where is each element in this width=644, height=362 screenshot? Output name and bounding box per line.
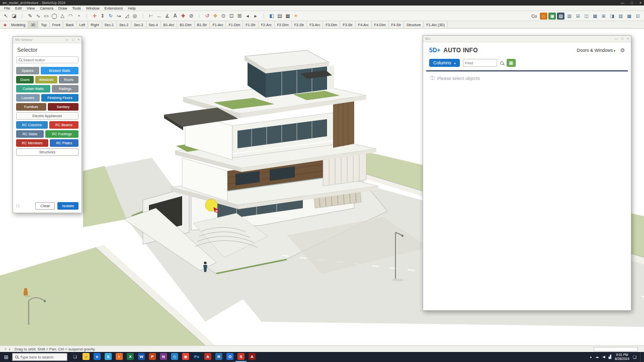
category-button[interactable]: Doors — [16, 76, 34, 83]
start-button[interactable]: ⊞ — [0, 352, 12, 362]
menu-item[interactable]: Window — [84, 6, 102, 11]
next-view-icon[interactable]: ▸ — [252, 11, 260, 21]
auto-info-titlebar[interactable]: 5D+ — □ × — [423, 36, 631, 42]
match-photo-icon[interactable]: ▩ — [625, 13, 633, 20]
category-button[interactable]: Curtain Walls — [16, 85, 50, 93]
scene-tab[interactable]: F4-Dim — [372, 21, 389, 28]
circle-tool-icon[interactable]: ◯ — [50, 11, 58, 21]
zoom-window-icon[interactable]: ⊡ — [227, 11, 235, 21]
selector-search-box[interactable] — [16, 56, 78, 63]
maximize-button[interactable]: □ — [631, 0, 633, 6]
scene-tab[interactable]: F4-Str — [389, 21, 404, 28]
rectangle-tool-icon[interactable]: ▭ — [42, 11, 50, 21]
category-button[interactable]: Louvers — [16, 94, 40, 102]
previous-view-icon[interactable]: ◂ — [244, 11, 252, 21]
scene-tab[interactable]: F1-Arc — [210, 21, 226, 28]
category-button[interactable]: Spaces — [16, 67, 39, 74]
scene-tab[interactable]: Sec-3 — [131, 21, 146, 28]
menu-item[interactable]: Camera — [37, 6, 56, 11]
clear-button[interactable]: Clear — [35, 202, 55, 210]
revit[interactable]: R — [213, 352, 224, 362]
selector-search-input[interactable] — [23, 58, 76, 62]
edge[interactable]: e — [92, 352, 103, 362]
scene-tab[interactable]: F2-Arc — [259, 21, 275, 28]
selector-panel-titlebar[interactable]: 5D+ Selector — □ × — [13, 37, 82, 43]
search-icon[interactable] — [500, 61, 504, 65]
category-button[interactable]: Electric Appliances — [16, 112, 78, 120]
scene-tab[interactable]: F1-Dim — [226, 21, 243, 28]
scene-tab[interactable]: F2-Dim — [275, 21, 292, 28]
scene-tab[interactable]: F1-Arc (3D) — [424, 21, 448, 28]
scenes-panel-icon[interactable]: ⊞ — [600, 13, 607, 20]
panel-minimize-button[interactable]: — — [615, 36, 618, 42]
panel-minimize-button[interactable]: — — [65, 37, 69, 43]
autocad[interactable]: A — [202, 352, 213, 362]
follow-me-tool-icon[interactable]: ↝ — [115, 11, 123, 21]
category-button[interactable]: Railings — [52, 85, 78, 93]
materials-icon[interactable]: ▤ — [276, 11, 284, 21]
panel-maximize-button[interactable]: □ — [621, 36, 623, 42]
file-explorer[interactable]: ▱ — [80, 352, 92, 362]
category-dropdown[interactable]: Doors & Windows▾ — [577, 48, 616, 53]
fog-icon[interactable]: ▥ — [617, 13, 624, 20]
panel-close-button[interactable]: × — [627, 36, 629, 42]
menu-item[interactable]: Tools — [69, 6, 84, 11]
tray-expand-icon[interactable]: ▴ — [590, 355, 592, 359]
section-plane-icon[interactable]: ⊘ — [187, 11, 195, 21]
scene-tab[interactable]: Front — [50, 21, 63, 28]
category-button[interactable]: RC Members — [16, 139, 48, 147]
volume-icon[interactable]: ◀ — [602, 355, 605, 359]
polygon-tool-icon[interactable]: △ — [58, 11, 66, 21]
extension-scene-icon[interactable]: ▨ — [557, 13, 565, 20]
panel-close-button[interactable]: × — [77, 37, 79, 43]
geolocation-icon[interactable]: ◐ — [8, 347, 12, 351]
menu-item[interactable]: File — [2, 6, 13, 11]
category-button[interactable]: Sanitary — [48, 103, 78, 111]
scene-tab[interactable]: F2-Str — [292, 21, 307, 28]
acrobat[interactable]: A — [247, 352, 258, 362]
scene-tab[interactable]: Back — [63, 21, 77, 28]
scene-tab[interactable]: B1-Dim — [177, 21, 194, 28]
category-button[interactable]: Bricked Walls — [41, 67, 78, 74]
excel[interactable]: X — [125, 352, 136, 362]
task-view[interactable]: ❏ — [69, 352, 80, 362]
category-button[interactable]: Windows — [35, 76, 57, 83]
scenes-menu-icon[interactable]: ◈ — [2, 23, 9, 27]
find-input[interactable] — [463, 59, 497, 67]
powerpoint[interactable]: P — [147, 352, 158, 362]
soften-edges-icon[interactable]: ⊡ — [634, 13, 641, 20]
settings-grid-icon[interactable]: ∷ — [16, 203, 19, 209]
protractor-tool-icon[interactable]: ∡ — [163, 11, 171, 21]
scene-tab[interactable]: F1-Str — [243, 21, 258, 28]
show-desktop-button[interactable] — [640, 352, 642, 362]
chrome[interactable]: ◉ — [180, 352, 191, 362]
gear-icon[interactable]: ⚙ — [620, 47, 625, 54]
close-button[interactable]: × — [639, 0, 641, 6]
tape-measure-icon[interactable]: ⊢ — [147, 11, 155, 21]
category-button[interactable]: RC Columns — [16, 121, 48, 129]
eraser-tool-icon[interactable]: ◪ — [10, 11, 18, 21]
category-button[interactable]: Roofs — [59, 76, 78, 83]
category-button[interactable]: Finishing Floors — [41, 94, 78, 102]
scene-tab[interactable]: Structure — [404, 21, 424, 28]
pie-tool-icon[interactable]: ◔ — [74, 11, 83, 21]
category-button[interactable]: RC Plates — [50, 139, 78, 147]
word[interactable]: W — [136, 352, 147, 362]
scene-tab[interactable]: F4-Arc — [356, 21, 372, 28]
network-icon[interactable]: ▟ — [609, 355, 611, 359]
menu-item[interactable]: View — [24, 6, 37, 11]
category-button[interactable]: Furniture — [16, 103, 46, 111]
zoom-extents-icon[interactable]: ⊞ — [235, 11, 244, 21]
scale-tool-icon[interactable]: ◿ — [123, 11, 131, 21]
tags-icon[interactable]: ▤ — [566, 13, 573, 20]
move-tool-icon[interactable]: ✛ — [91, 11, 99, 21]
paint-bucket-icon[interactable]: ◧ — [268, 11, 276, 21]
scene-tab[interactable]: Sec-2 — [117, 21, 131, 28]
dimension-tool-icon[interactable]: ↔ — [155, 11, 163, 21]
menu-item[interactable]: Help — [125, 6, 138, 11]
select-tool-icon[interactable]: ↖ — [2, 11, 10, 21]
rotate-tool-icon[interactable]: ↻ — [107, 11, 115, 21]
category-button[interactable]: RC Footings — [45, 130, 78, 138]
scene-tab[interactable]: F3-Arc — [307, 21, 323, 28]
action-center-icon[interactable]: ❏ — [633, 355, 636, 359]
